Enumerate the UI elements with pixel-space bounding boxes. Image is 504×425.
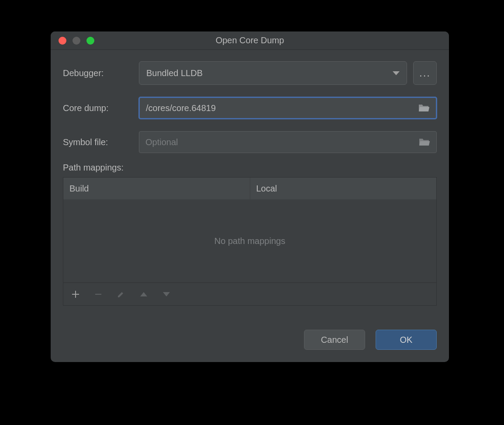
add-mapping-button[interactable] bbox=[69, 288, 82, 300]
debugger-label: Debugger: bbox=[63, 68, 133, 78]
dialog-content: Debugger: Bundled LLDB ... Core dump: bbox=[51, 50, 449, 319]
column-build[interactable]: Build bbox=[63, 178, 250, 199]
path-mappings-label: Path mappings: bbox=[63, 163, 437, 173]
dialog-title: Open Core Dump bbox=[51, 35, 449, 45]
core-dump-input[interactable] bbox=[146, 103, 413, 113]
column-local[interactable]: Local bbox=[250, 178, 437, 199]
symbol-file-row: Symbol file: bbox=[63, 131, 437, 153]
move-down-button[interactable] bbox=[160, 288, 173, 300]
symbol-file-input[interactable] bbox=[145, 137, 414, 147]
core-dump-label: Core dump: bbox=[63, 103, 133, 113]
debugger-select[interactable]: Bundled LLDB bbox=[139, 61, 407, 85]
window-controls bbox=[51, 37, 94, 45]
table-header: Build Local bbox=[63, 178, 436, 199]
zoom-window-icon[interactable] bbox=[86, 37, 94, 45]
open-core-dump-dialog: Open Core Dump Debugger: Bundled LLDB ..… bbox=[51, 31, 449, 362]
cancel-button-label: Cancel bbox=[321, 335, 348, 345]
edit-mapping-button[interactable] bbox=[115, 288, 127, 300]
debugger-row: Debugger: Bundled LLDB ... bbox=[63, 61, 437, 85]
cancel-button[interactable]: Cancel bbox=[304, 330, 365, 350]
core-dump-row: Core dump: bbox=[63, 97, 437, 119]
remove-mapping-button[interactable] bbox=[92, 288, 104, 300]
symbol-file-input-wrap bbox=[139, 131, 437, 153]
ok-button[interactable]: OK bbox=[376, 330, 437, 350]
browse-core-dump-button[interactable] bbox=[418, 103, 430, 113]
ok-button-label: OK bbox=[400, 335, 413, 345]
table-body: No path mappings bbox=[63, 199, 436, 282]
chevron-down-icon bbox=[393, 71, 400, 75]
path-mappings-toolbar bbox=[63, 282, 436, 305]
titlebar: Open Core Dump bbox=[51, 31, 449, 50]
close-window-icon[interactable] bbox=[59, 37, 66, 45]
ellipsis-icon: ... bbox=[419, 67, 431, 79]
browse-symbol-file-button[interactable] bbox=[418, 137, 430, 147]
minimize-window-icon[interactable] bbox=[72, 37, 80, 45]
empty-state-text: No path mappings bbox=[214, 236, 285, 246]
debugger-more-button[interactable]: ... bbox=[413, 61, 437, 85]
move-up-button[interactable] bbox=[138, 288, 150, 300]
dialog-footer: Cancel OK bbox=[51, 319, 449, 362]
symbol-file-label: Symbol file: bbox=[63, 137, 133, 147]
core-dump-input-wrap bbox=[139, 97, 437, 119]
debugger-selected-value: Bundled LLDB bbox=[146, 68, 203, 78]
path-mappings-table: Build Local No path mappings bbox=[63, 177, 437, 306]
